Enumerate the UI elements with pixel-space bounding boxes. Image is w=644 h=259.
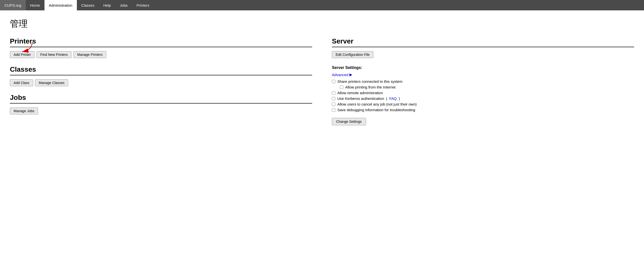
nav-item-home[interactable]: Home [26,0,44,10]
checkbox-allow-cancel-any[interactable] [332,102,335,106]
printers-button-group: Add Printer Find New Printers Manage Pri… [10,51,312,58]
server-section: Server Edit Configuration File Server Se… [332,37,634,125]
jobs-title: Jobs [10,94,312,104]
printers-title: Printers [10,37,312,47]
page-heading: 管理 [10,18,634,30]
server-title: Server [332,37,634,47]
classes-section: Classes Add Class Manage Classes [10,66,312,86]
faq-link-use-kerberos[interactable]: FAQ [389,96,397,100]
add-printer-container: Add Printer [10,51,34,58]
checkbox-label-use-kerberos: Use Kerberos authentication [337,96,384,100]
classes-title: Classes [10,66,312,76]
checkbox-item-allow-remote-admin: Allow remote administration [332,91,634,95]
nav-item-cups-org[interactable]: CUPS.org [0,0,26,10]
checkbox-label-save-debugging: Save debugging information for troublesh… [337,108,415,112]
left-column: Printers Add Printer [10,37,327,125]
nav-item-help[interactable]: Help [99,0,116,10]
nav-item-jobs[interactable]: Jobs [116,0,132,10]
manage-printers-button[interactable]: Manage Printers [74,51,106,58]
advanced-link[interactable]: Advanced ▶ [332,72,634,77]
checkbox-share-printers[interactable] [332,80,335,83]
checkbox-label-allow-cancel-any: Allow users to cancel any job (not just … [337,102,417,106]
find-new-printers-button[interactable]: Find New Printers [36,51,72,58]
server-checkboxes: Share printers connected to this systemA… [332,79,634,112]
advanced-arrow-icon: ▶ [350,72,352,77]
nav-item-administration[interactable]: Administration [44,0,77,10]
change-settings-button[interactable]: Change Settings [332,118,366,125]
nav-item-classes[interactable]: Classes [77,0,99,10]
checkbox-label-share-printers: Share printers connected to this system [337,79,402,84]
checkbox-label-allow-internet-printing: Allow printing from the Internet [345,85,396,89]
edit-configuration-file-button[interactable]: Edit Configuration File [332,51,374,58]
checkbox-allow-remote-admin[interactable] [332,91,335,95]
checkbox-use-kerberos[interactable] [332,97,335,100]
checkbox-item-save-debugging: Save debugging information for troublesh… [332,108,634,112]
manage-classes-button[interactable]: Manage Classes [35,79,68,86]
checkbox-allow-internet-printing[interactable] [340,86,343,89]
right-column: Server Edit Configuration File Server Se… [327,37,634,125]
checkbox-item-share-printers: Share printers connected to this system [332,79,634,84]
advanced-label: Advanced [332,73,348,77]
checkbox-item-allow-cancel-any: Allow users to cancel any job (not just … [332,102,634,106]
classes-button-group: Add Class Manage Classes [10,79,312,86]
add-printer-button[interactable]: Add Printer [10,51,34,58]
jobs-button-group: Manage Jobs [10,108,312,114]
page-content: 管理 Printers [0,10,644,133]
printers-section: Printers Add Printer [10,37,312,58]
checkbox-label-allow-remote-admin: Allow remote administration [337,91,383,95]
manage-jobs-button[interactable]: Manage Jobs [10,108,38,114]
server-button-group: Edit Configuration File [332,51,634,58]
nav-item-printers[interactable]: Printers [132,0,154,10]
jobs-section: Jobs Manage Jobs [10,94,312,114]
add-class-button[interactable]: Add Class [10,79,33,86]
navigation-bar: CUPS.orgHomeAdministrationClassesHelpJob… [0,0,644,10]
server-settings-label: Server Settings: [332,66,634,70]
main-layout: Printers Add Printer [10,37,634,125]
checkbox-item-use-kerberos: Use Kerberos authentication (FAQ) [332,96,634,100]
checkbox-save-debugging[interactable] [332,108,335,112]
checkbox-item-allow-internet-printing: Allow printing from the Internet [340,85,634,89]
